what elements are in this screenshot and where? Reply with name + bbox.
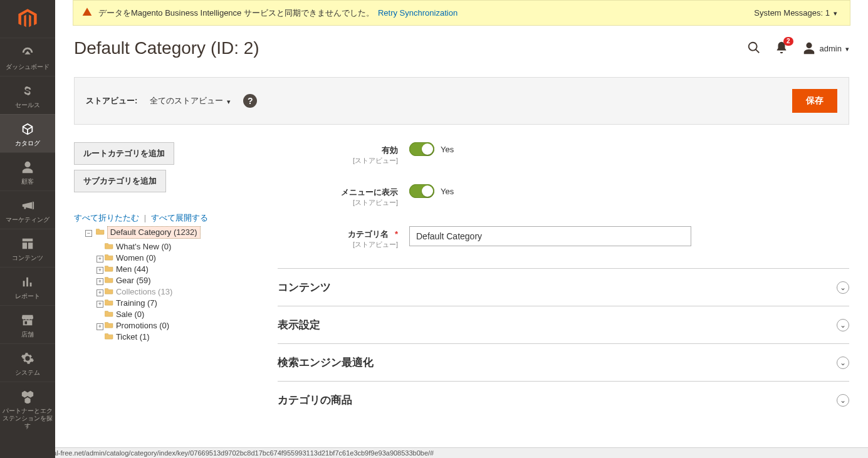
category-name-input[interactable] xyxy=(409,226,691,246)
store-scope-bar: ストアビュー: 全てのストアビュー ? 保存 xyxy=(74,77,849,125)
folder-icon xyxy=(105,252,113,260)
collapse-all-link[interactable]: すべて折りたたむ xyxy=(74,213,139,222)
storefront-icon xyxy=(3,312,53,328)
field-category-name: カテゴリ名 * [ストアビュー] xyxy=(278,226,849,249)
cubes-icon xyxy=(3,388,53,405)
sidebar-item-stores[interactable]: 店舗 xyxy=(0,305,55,343)
notification-badge: 2 xyxy=(783,37,793,46)
system-message-text: データをMagento Business Intelligence サービスと同… xyxy=(98,8,374,19)
tree-node[interactable]: Sale (0) xyxy=(116,309,145,320)
chevron-down-icon xyxy=(845,44,849,53)
box-icon xyxy=(3,121,53,137)
sidebar-item-system[interactable]: システム xyxy=(0,343,55,382)
folder-icon xyxy=(105,264,113,271)
section-products-title: カテゴリの商品 xyxy=(278,393,837,407)
store-scope-value: 全てのストアビュー xyxy=(150,95,223,107)
page-title: Default Category (ID: 2) xyxy=(74,38,747,58)
gear-icon xyxy=(3,350,53,367)
required-indicator: * xyxy=(395,229,398,239)
layout-icon xyxy=(3,236,53,252)
section-display-title: 表示設定 xyxy=(278,318,837,332)
main-content: データをMagento Business Intelligence サービスと同… xyxy=(55,0,868,419)
section-seo[interactable]: 検索エンジン最適化 ⌄ xyxy=(278,343,849,381)
include-in-menu-value: Yes xyxy=(441,187,454,196)
magento-logo-icon[interactable] xyxy=(15,6,40,31)
search-icon[interactable] xyxy=(747,41,761,56)
sidebar-item-label: パートナーとエクステンションを探す xyxy=(3,407,53,430)
tree-expand-icon[interactable]: + xyxy=(97,289,103,296)
tree-node[interactable]: Men (44) xyxy=(116,264,149,275)
folder-icon xyxy=(105,241,113,249)
sidebar-item-label: レポート xyxy=(3,293,53,300)
system-message-count[interactable]: System Messages: 1 xyxy=(754,8,830,18)
admin-username: admin xyxy=(820,44,842,53)
help-icon[interactable]: ? xyxy=(243,94,257,108)
store-scope-select[interactable]: 全てのストアビュー xyxy=(150,95,231,107)
tree-node[interactable]: What's New (0) xyxy=(116,241,171,252)
megaphone-icon xyxy=(3,197,53,214)
tree-spacer xyxy=(97,310,103,317)
retry-sync-link[interactable]: Retry Synchronization xyxy=(378,8,458,18)
field-enabled: 有効 [ストアビュー] Yes xyxy=(278,142,849,165)
page-header: Default Category (ID: 2) 2 admin xyxy=(74,38,849,58)
folder-icon xyxy=(105,275,113,283)
warning-icon xyxy=(82,7,92,19)
sidebar-item-label: システム xyxy=(3,369,53,377)
section-display-settings[interactable]: 表示設定 ⌄ xyxy=(278,306,849,343)
field-include-menu-scope: [ストアビュー] xyxy=(278,198,398,207)
chevron-down-circle-icon: ⌄ xyxy=(837,394,849,407)
category-tree-panel: ルートカテゴリを追加 サブカテゴリを追加 すべて折りたたむ | すべて展開する … xyxy=(74,142,271,419)
admin-account-menu[interactable]: admin xyxy=(802,41,849,55)
include-in-menu-toggle[interactable]: Yes xyxy=(409,184,454,198)
folder-icon xyxy=(105,286,113,294)
sidebar-item-label: マーケティング xyxy=(3,216,53,224)
folder-open-icon xyxy=(96,227,105,234)
tree-expand-icon[interactable]: + xyxy=(97,301,103,308)
sidebar-item-label: 店舗 xyxy=(3,331,53,338)
store-scope-label: ストアビュー: xyxy=(86,95,137,107)
sidebar-item-reports[interactable]: レポート xyxy=(0,267,55,305)
add-sub-category-button[interactable]: サブカテゴリを追加 xyxy=(74,170,166,192)
field-name-scope: [ストアビュー] xyxy=(278,240,398,249)
dollar-icon xyxy=(3,83,53,99)
add-root-category-button[interactable]: ルートカテゴリを追加 xyxy=(74,142,174,165)
sidebar-item-marketing[interactable]: マーケティング xyxy=(0,190,55,229)
tree-node[interactable]: Promotions (0) xyxy=(116,320,169,331)
chevron-down-circle-icon: ⌄ xyxy=(837,357,849,369)
section-seo-title: 検索エンジン最適化 xyxy=(278,355,837,370)
enabled-toggle[interactable]: Yes xyxy=(409,142,454,156)
chevron-down-circle-icon: ⌄ xyxy=(837,281,849,294)
tree-expand-icon[interactable]: + xyxy=(97,323,103,330)
category-tree: − Default Category (1232) What's New (0)… xyxy=(74,226,271,343)
field-enabled-label: 有効 xyxy=(278,145,398,156)
tree-node[interactable]: Training (7) xyxy=(116,298,157,309)
person-icon xyxy=(3,159,53,175)
tree-expand-controls: すべて折りたたむ | すべて展開する xyxy=(74,212,271,224)
tree-expand-icon[interactable]: + xyxy=(97,256,103,263)
gauge-icon xyxy=(3,44,53,61)
tree-collapse-icon[interactable]: − xyxy=(85,230,92,237)
sidebar-item-catalog[interactable]: カタログ xyxy=(0,114,55,152)
folder-icon xyxy=(105,309,113,316)
tree-node[interactable]: Women (0) xyxy=(116,252,156,264)
sidebar-item-content[interactable]: コンテンツ xyxy=(0,229,55,267)
tree-expand-icon[interactable]: + xyxy=(97,267,103,274)
field-enabled-scope: [ストアビュー] xyxy=(278,156,398,165)
expand-all-link[interactable]: すべて展開する xyxy=(151,213,208,222)
sidebar-item-partners[interactable]: パートナーとエクステンションを探す xyxy=(0,382,55,435)
tree-expand-icon[interactable]: + xyxy=(97,278,103,285)
section-products[interactable]: カテゴリの商品 ⌄ xyxy=(278,381,849,419)
tree-node[interactable]: Ticket (1) xyxy=(116,331,150,343)
tree-node[interactable]: Gear (59) xyxy=(116,275,151,286)
tree-node-root[interactable]: Default Category (1232) xyxy=(107,226,201,239)
sidebar-item-sales[interactable]: セールス xyxy=(0,76,55,114)
folder-icon xyxy=(105,298,113,305)
sidebar-item-dashboard[interactable]: ダッシュボード xyxy=(0,38,55,76)
tree-node[interactable]: Collections (13) xyxy=(116,286,172,298)
chevron-down-icon[interactable] xyxy=(834,8,837,18)
section-content[interactable]: コンテンツ ⌄ xyxy=(278,268,849,306)
chevron-down-circle-icon: ⌄ xyxy=(837,319,849,331)
sidebar-item-customers[interactable]: 顧客 xyxy=(0,152,55,190)
save-button[interactable]: 保存 xyxy=(792,89,837,113)
notifications-icon[interactable]: 2 xyxy=(775,41,788,56)
